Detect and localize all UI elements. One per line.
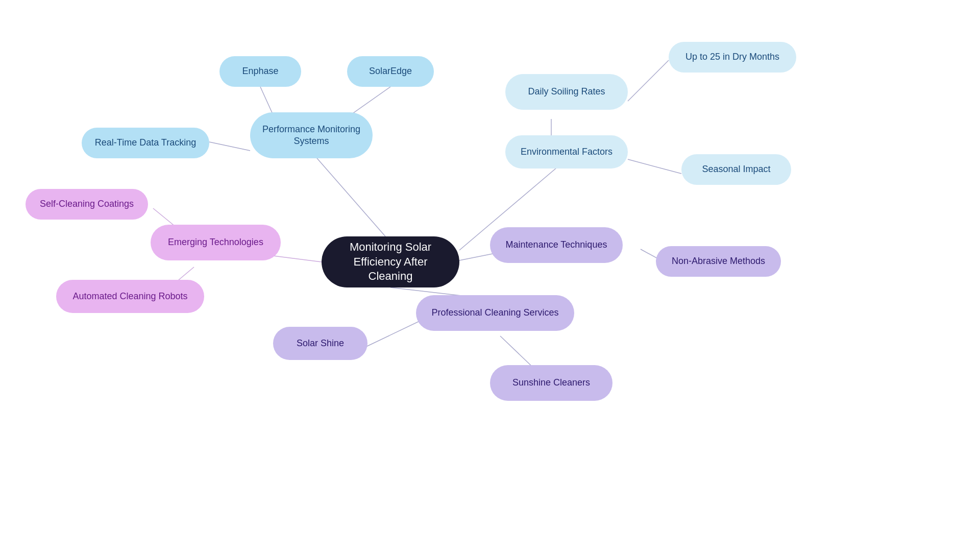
center-node: Monitoring Solar Efficiency After Cleani…: [322, 236, 459, 287]
svg-line-10: [628, 159, 681, 174]
solaredge-node: SolarEdge: [347, 56, 434, 87]
environmental-node: Environmental Factors: [505, 135, 628, 169]
seasonal-node: Seasonal Impact: [681, 154, 791, 185]
sunshine-cleaners-node: Sunshine Cleaners: [490, 365, 612, 401]
maintenance-node: Maintenance Techniques: [490, 227, 623, 263]
daily-soiling-node: Daily Soiling Rates: [505, 74, 628, 110]
up-to-25-node: Up to 25 in Dry Months: [669, 42, 796, 73]
svg-line-7: [209, 142, 250, 151]
enphase-node: Enphase: [219, 56, 301, 87]
professional-cleaning-node: Professional Cleaning Services: [416, 295, 574, 331]
svg-line-14: [365, 319, 424, 347]
self-cleaning-node: Self-Cleaning Coatings: [26, 189, 148, 220]
emerging-tech-node: Emerging Technologies: [151, 225, 281, 260]
svg-line-0: [314, 155, 385, 236]
non-abrasive-node: Non-Abrasive Methods: [656, 246, 781, 277]
auto-robots-node: Automated Cleaning Robots: [56, 280, 204, 313]
solar-shine-node: Solar Shine: [273, 327, 368, 360]
performance-monitoring-node: Performance Monitoring Systems: [250, 112, 373, 158]
svg-line-9: [628, 60, 669, 101]
realtime-node: Real-Time Data Tracking: [82, 128, 209, 158]
